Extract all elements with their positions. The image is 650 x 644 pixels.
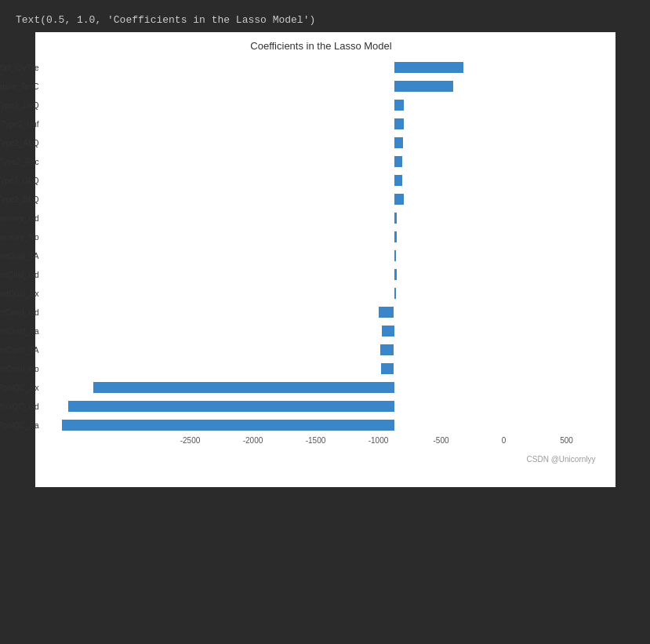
x-tick: -1500 — [306, 436, 326, 445]
bar-element — [379, 307, 394, 318]
bar-row: BsmtCond_Po — [43, 359, 600, 378]
bar-row: PoolQC_Gd — [43, 397, 600, 416]
bar-label: BsmtQual_TA — [0, 252, 43, 260]
bar-label: BsmtCond_Fa — [0, 327, 43, 336]
chart-area: RoofMatl_ClyTileMiscFeature_TenCBsmtFinT… — [43, 58, 600, 435]
bar-element — [394, 137, 404, 148]
bar-element — [394, 156, 402, 167]
x-tick: 0 — [502, 436, 507, 445]
bar-element — [381, 363, 394, 374]
bar-label: PoolQC_Ex — [0, 384, 43, 392]
bar-row: BsmtFinType2_GLQ — [43, 171, 600, 190]
bar-row: PoolQC_Fa — [43, 416, 600, 435]
x-tick: -500 — [433, 436, 448, 445]
bar-element — [382, 326, 394, 337]
bar-label: BsmtQual_Gd — [0, 271, 43, 279]
bar-label: BsmtExposure_No — [0, 233, 43, 242]
chart-container: Coefficients in the Lasso Model RoofMatl… — [35, 32, 616, 487]
bar-row: BsmtQual_Ex — [43, 284, 600, 303]
bar-label: BsmtFinType2_LwQ — [0, 101, 43, 110]
bar-element — [394, 118, 404, 129]
bar-row: MiscFeature_TenC — [43, 77, 600, 96]
bar-label: RoofMatl_ClyTile — [0, 64, 43, 72]
bar-element — [394, 81, 453, 92]
bar-element — [394, 62, 463, 73]
bar-row: BsmtFinType2_BLQ — [43, 190, 600, 209]
bar-element — [394, 269, 397, 280]
bar-row: BsmtExposure_Gd — [43, 209, 600, 227]
x-tick: 500 — [560, 436, 573, 445]
bar-element — [68, 401, 394, 412]
bar-element — [394, 175, 403, 186]
bar-element — [394, 213, 398, 224]
bar-row: BsmtFinType2_ALQ — [43, 133, 600, 152]
bar-element — [394, 194, 405, 205]
bar-row: BsmtQual_TA — [43, 246, 600, 265]
bar-element — [394, 288, 397, 299]
bar-element — [394, 100, 405, 111]
bar-row: BsmtFinType2_Rec — [43, 152, 600, 171]
bar-row: BsmtFinType2_LwQ — [43, 96, 600, 115]
bar-row: RoofMatl_ClyTile — [43, 58, 600, 77]
bar-label: BsmtFinType2_GLQ — [0, 176, 43, 185]
bar-label: BsmtFinType2_BLQ — [0, 195, 43, 204]
bar-element — [394, 250, 397, 261]
bar-row: BsmtCond_Fa — [43, 322, 600, 340]
bar-label: BsmtCond_Gd — [0, 308, 43, 317]
bar-label: BsmtQual_Ex — [0, 289, 43, 298]
bar-label: BsmtFinType2_ALQ — [0, 139, 43, 147]
bar-label: PoolQC_Gd — [0, 402, 43, 411]
bar-label: MiscFeature_TenC — [0, 82, 43, 91]
bar-label: BsmtCond_TA — [0, 346, 43, 355]
bar-label: PoolQC_Fa — [0, 421, 43, 430]
chart-title: Coefficients in the Lasso Model — [43, 40, 600, 52]
bar-label: BsmtFinType2_Rec — [0, 158, 43, 166]
bar-element — [93, 382, 394, 393]
x-tick: -2000 — [243, 436, 263, 445]
watermark: CSDN @Unicornlyy — [43, 455, 600, 464]
bar-label: BsmtFinType2_Unf — [0, 120, 43, 129]
bar-label: BsmtCond_Po — [0, 365, 43, 373]
x-axis: -2500-2000-1500-1000-5000500 — [153, 436, 592, 452]
bar-row: BsmtCond_Gd — [43, 303, 600, 322]
bar-row: BsmtQual_Gd — [43, 265, 600, 284]
bar-element — [394, 231, 397, 242]
x-tick: -2500 — [180, 436, 201, 445]
bar-row: BsmtExposure_No — [43, 227, 600, 246]
x-tick: -1000 — [369, 436, 389, 445]
code-output: Text(0.5, 1.0, 'Coefficients in the Lass… — [8, 8, 642, 32]
bar-rows-wrapper: RoofMatl_ClyTileMiscFeature_TenCBsmtFinT… — [43, 58, 600, 435]
bar-element — [380, 344, 394, 355]
bar-label: BsmtExposure_Gd — [0, 214, 43, 223]
bar-row: BsmtFinType2_Unf — [43, 115, 600, 133]
bar-row: BsmtCond_TA — [43, 340, 600, 359]
bar-element — [62, 420, 394, 431]
bar-row: PoolQC_Ex — [43, 378, 600, 397]
